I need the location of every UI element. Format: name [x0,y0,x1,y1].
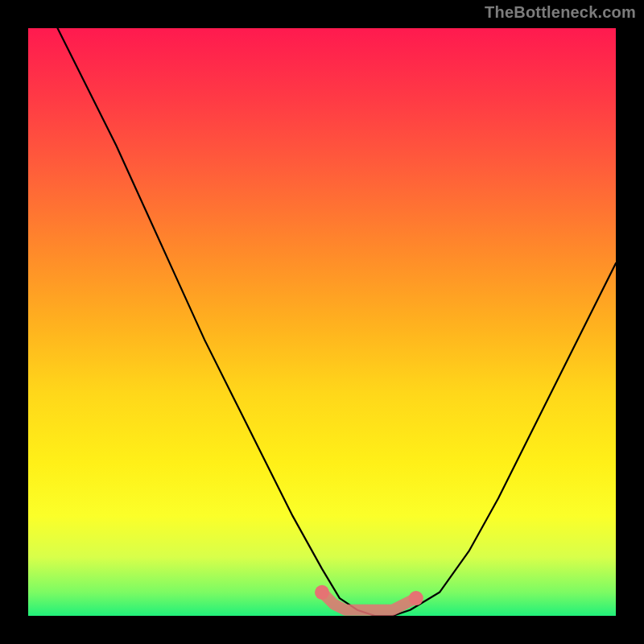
optimal-band-endpoint [315,585,329,600]
watermark-label: TheBottleneck.com [485,3,636,22]
plot-area [28,28,616,616]
curve-path [58,28,617,616]
optimal-band-endpoint [409,591,423,605]
bottleneck-curve [28,28,616,616]
chart-frame: TheBottleneck.com [0,0,644,644]
optimal-band-path [322,592,416,610]
